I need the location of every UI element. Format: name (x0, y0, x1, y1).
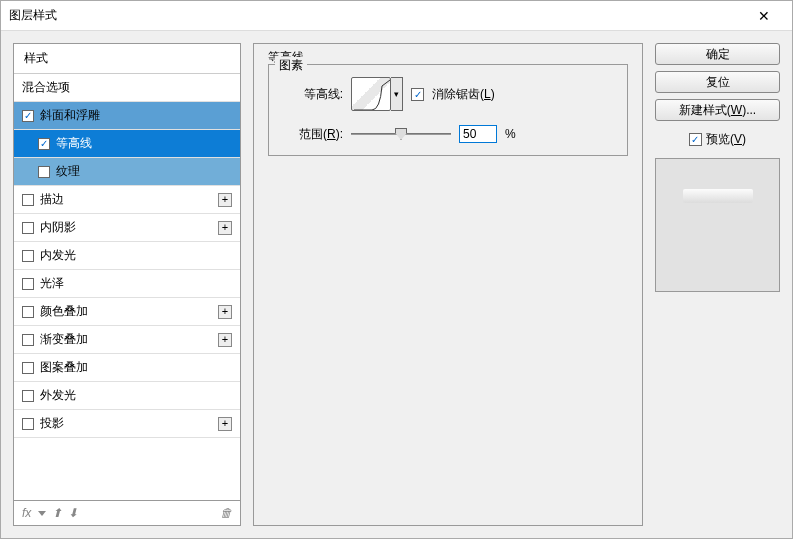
style-label: 内阴影 (40, 219, 76, 236)
styles-header: 样式 (14, 44, 240, 74)
preview-shape (683, 189, 753, 203)
style-row-9[interactable]: 图案叠加 (14, 354, 240, 382)
add-effect-icon[interactable]: + (218, 333, 232, 347)
style-row-8[interactable]: 渐变叠加+ (14, 326, 240, 354)
new-style-button[interactable]: 新建样式(W)... (655, 99, 780, 121)
contour-row: 等高线: ▾ 消除锯齿(L) (281, 77, 615, 111)
style-row-5[interactable]: 内发光 (14, 242, 240, 270)
style-row-10[interactable]: 外发光 (14, 382, 240, 410)
ok-button[interactable]: 确定 (655, 43, 780, 65)
preview-toggle-row: 预览(V) (655, 131, 780, 148)
dialog-body: 样式 混合选项 斜面和浮雕等高线纹理描边+内阴影+内发光光泽颜色叠加+渐变叠加+… (1, 31, 792, 538)
style-checkbox[interactable] (22, 306, 34, 318)
contour-dropdown-icon[interactable]: ▾ (391, 77, 403, 111)
style-label: 颜色叠加 (40, 303, 88, 320)
layer-style-dialog: 图层样式 ✕ 样式 混合选项 斜面和浮雕等高线纹理描边+内阴影+内发光光泽颜色叠… (0, 0, 793, 539)
style-label: 斜面和浮雕 (40, 107, 100, 124)
style-label: 内发光 (40, 247, 76, 264)
add-effect-icon[interactable]: + (218, 305, 232, 319)
close-button[interactable]: ✕ (744, 2, 784, 30)
range-unit: % (505, 127, 516, 141)
antialias-label: 消除锯齿(L) (432, 86, 495, 103)
style-checkbox[interactable] (22, 250, 34, 262)
cancel-button[interactable]: 复位 (655, 71, 780, 93)
style-row-1[interactable]: 等高线 (14, 130, 240, 158)
style-label: 外发光 (40, 387, 76, 404)
style-row-7[interactable]: 颜色叠加+ (14, 298, 240, 326)
buttons-panel: 确定 复位 新建样式(W)... 预览(V) (655, 43, 780, 526)
elements-group: 图素 等高线: ▾ 消除锯齿(L) 范围(R): (268, 64, 628, 156)
style-label: 光泽 (40, 275, 64, 292)
style-checkbox[interactable] (22, 334, 34, 346)
style-checkbox[interactable] (22, 418, 34, 430)
style-row-2[interactable]: 纹理 (14, 158, 240, 186)
contour-picker[interactable] (351, 77, 391, 111)
preview-box (655, 158, 780, 292)
style-row-6[interactable]: 光泽 (14, 270, 240, 298)
range-slider[interactable] (351, 127, 451, 141)
blend-options-label: 混合选项 (22, 79, 70, 96)
range-input[interactable] (459, 125, 497, 143)
blend-options-row[interactable]: 混合选项 (14, 74, 240, 102)
preview-label: 预览(V) (706, 131, 746, 148)
styles-footer: fx ⬆ ⬇ 🗑 (14, 500, 240, 525)
antialias-checkbox[interactable] (411, 88, 424, 101)
window-title: 图层样式 (9, 7, 744, 24)
styles-list: 样式 混合选项 斜面和浮雕等高线纹理描边+内阴影+内发光光泽颜色叠加+渐变叠加+… (14, 44, 240, 500)
contour-label: 等高线: (281, 86, 343, 103)
style-checkbox[interactable] (22, 362, 34, 374)
style-label: 等高线 (56, 135, 92, 152)
style-row-0[interactable]: 斜面和浮雕 (14, 102, 240, 130)
move-up-icon[interactable]: ⬆ (52, 506, 62, 520)
range-label: 范围(R): (281, 126, 343, 143)
style-checkbox[interactable] (22, 222, 34, 234)
style-checkbox[interactable] (38, 138, 50, 150)
settings-panel: 等高线 图素 等高线: ▾ 消除锯齿(L) 范围(R): (253, 43, 643, 526)
style-row-3[interactable]: 描边+ (14, 186, 240, 214)
style-label: 描边 (40, 191, 64, 208)
styles-panel: 样式 混合选项 斜面和浮雕等高线纹理描边+内阴影+内发光光泽颜色叠加+渐变叠加+… (13, 43, 241, 526)
elements-group-label: 图素 (275, 57, 307, 74)
add-effect-icon[interactable]: + (218, 417, 232, 431)
preview-checkbox[interactable] (689, 133, 702, 146)
style-label: 投影 (40, 415, 64, 432)
add-effect-icon[interactable]: + (218, 193, 232, 207)
trash-icon[interactable]: 🗑 (220, 506, 232, 520)
style-row-4[interactable]: 内阴影+ (14, 214, 240, 242)
style-checkbox[interactable] (22, 390, 34, 402)
fx-menu-icon[interactable] (38, 511, 46, 516)
style-label: 图案叠加 (40, 359, 88, 376)
style-checkbox[interactable] (22, 278, 34, 290)
style-checkbox[interactable] (38, 166, 50, 178)
style-checkbox[interactable] (22, 110, 34, 122)
style-row-11[interactable]: 投影+ (14, 410, 240, 438)
style-checkbox[interactable] (22, 194, 34, 206)
style-label: 纹理 (56, 163, 80, 180)
fx-icon[interactable]: fx (22, 506, 31, 520)
add-effect-icon[interactable]: + (218, 221, 232, 235)
move-down-icon[interactable]: ⬇ (68, 506, 78, 520)
range-row: 范围(R): % (281, 125, 615, 143)
titlebar: 图层样式 ✕ (1, 1, 792, 31)
style-label: 渐变叠加 (40, 331, 88, 348)
